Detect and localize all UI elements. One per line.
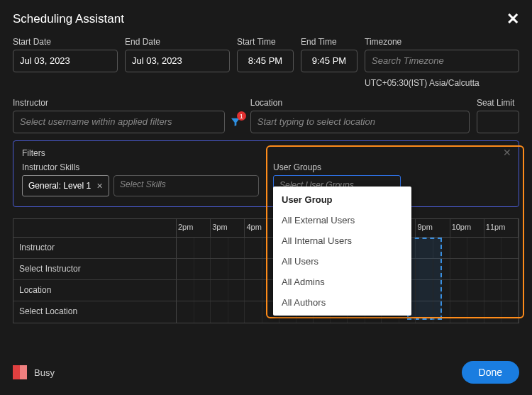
- seat-limit-label: Seat Limit: [477, 98, 519, 108]
- skill-chip[interactable]: General: Level 1 ✕: [22, 175, 109, 196]
- filter-badge: 1: [237, 111, 246, 121]
- busy-label: Busy: [34, 367, 55, 378]
- end-date-input[interactable]: Jul 03, 2023: [125, 50, 230, 72]
- filters-close-icon[interactable]: ✕: [503, 147, 511, 158]
- dropdown-item[interactable]: All Users: [273, 251, 411, 272]
- timeline-row-label[interactable]: Select Location: [13, 301, 177, 323]
- start-date-input[interactable]: Jul 03, 2023: [13, 50, 118, 72]
- dropdown-item[interactable]: All Admins: [273, 272, 411, 292]
- hour-label: 9pm: [416, 219, 450, 237]
- timezone-label: Timezone: [365, 37, 519, 47]
- dropdown-item[interactable]: All Authors: [273, 292, 411, 313]
- filters-panel: ✕ Filters Instructor Skills General: Lev…: [13, 140, 519, 207]
- dropdown-item[interactable]: All External Users: [273, 210, 411, 230]
- timeline-row-label: Instructor: [13, 238, 177, 258]
- filters-title: Filters: [22, 148, 510, 158]
- timeline-grid: 2pm 3pm 4pm 5pm 6pm 7pm 8pm 9pm 10pm 11p…: [13, 218, 519, 323]
- chip-remove-icon[interactable]: ✕: [96, 182, 103, 191]
- instructor-input[interactable]: Select username within applied filters: [13, 111, 225, 133]
- close-icon[interactable]: ✕: [506, 11, 519, 27]
- dropdown-item[interactable]: All Internal Users: [273, 230, 411, 251]
- timezone-input[interactable]: Search Timezone: [365, 50, 519, 72]
- timezone-note: UTC+05:30(IST) Asia/Calcutta: [365, 78, 519, 88]
- busy-swatch: [13, 365, 27, 379]
- seat-limit-input[interactable]: [477, 111, 519, 133]
- hour-label: 2pm: [177, 219, 211, 237]
- instructor-skills-label: Instructor Skills: [22, 162, 259, 172]
- timeline-row-label: Location: [13, 280, 177, 301]
- start-time-input[interactable]: 8:45 PM: [237, 50, 294, 72]
- start-date-label: Start Date: [13, 37, 118, 47]
- dropdown-header: User Group: [273, 189, 411, 210]
- hour-label: 11pm: [484, 219, 519, 237]
- timeline-row-label[interactable]: Select Instructor: [13, 259, 177, 279]
- end-time-label: End Time: [301, 37, 358, 47]
- skills-input[interactable]: Select Skills: [113, 175, 259, 196]
- skill-chip-label: General: Level 1: [28, 181, 91, 191]
- user-groups-label: User Groups: [273, 162, 510, 172]
- hour-label: 3pm: [211, 219, 245, 237]
- timeline-corner: [13, 219, 177, 237]
- filter-icon[interactable]: 1: [228, 114, 243, 130]
- start-time-label: Start Time: [237, 37, 294, 47]
- done-button[interactable]: Done: [462, 361, 519, 384]
- instructor-label: Instructor: [13, 98, 243, 108]
- page-title: Scheduling Assistant: [13, 12, 124, 26]
- hour-label: 10pm: [450, 219, 484, 237]
- user-groups-dropdown: User Group All External Users All Intern…: [273, 187, 411, 316]
- location-label: Location: [250, 98, 470, 108]
- location-input[interactable]: Start typing to select location: [250, 111, 470, 133]
- end-date-label: End Date: [125, 37, 230, 47]
- end-time-input[interactable]: 9:45 PM: [301, 50, 358, 72]
